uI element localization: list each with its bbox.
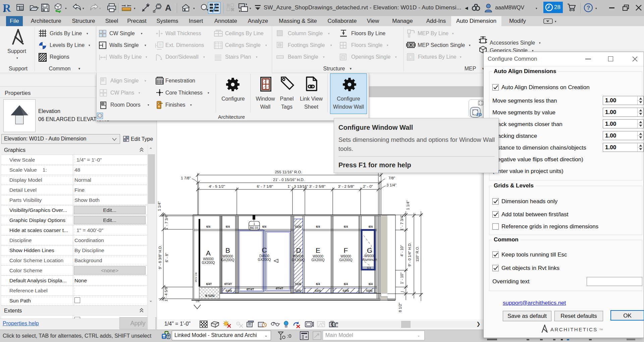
svg-text:1' - 7 3/4": 1' - 7 3/4" — [400, 215, 404, 230]
svg-text:GX200Q: GX200Q — [221, 258, 234, 262]
svg-text:GX200Q: GX200Q — [292, 258, 305, 262]
svg-text:E: E — [316, 246, 320, 254]
svg-text:S1/G: S1/G — [295, 225, 302, 228]
svg-text:S2/G: S2/G — [315, 289, 321, 292]
svg-text:1' - 4 5/8": 1' - 4 5/8" — [164, 286, 168, 301]
svg-text:G: G — [367, 246, 372, 254]
svg-text:Aluminum: Aluminum — [362, 258, 377, 262]
svg-text:S2/G: S2/G — [342, 289, 349, 292]
svg-text:9FCV 106: 9FCV 106 — [195, 272, 197, 282]
svg-text:8 1/2": 8 1/2" — [398, 303, 402, 312]
svg-text:9' - 0 1/4" H.D.: 9' - 0 1/4" H.D. — [408, 242, 412, 266]
svg-text:3' - 2 5/8": 3' - 2 5/8" — [309, 184, 325, 188]
svg-text:S1/G: S1/G — [295, 282, 302, 286]
svg-text:21' - 0 15/16" H.D.: 21' - 0 15/16" H.D. — [273, 178, 305, 182]
svg-text:6/4: 6/4 — [226, 225, 230, 228]
svg-text:4' - 10": 4' - 10" — [400, 245, 404, 256]
svg-text:B6.01: B6.01 — [250, 226, 259, 230]
svg-text:S2/G: S2/G — [366, 289, 373, 292]
svg-text:4' - 5 1/2": 4' - 5 1/2" — [209, 184, 225, 188]
svg-text:1' - 3 13/16": 1' - 3 13/16" — [287, 184, 308, 188]
svg-text:6/4: 6/4 — [206, 225, 210, 228]
svg-text:6/4: 6/4 — [369, 225, 373, 228]
svg-text:1' - 7 3/4": 1' - 7 3/4" — [164, 214, 168, 230]
svg-text:3' - 2 5/8": 3' - 2 5/8" — [338, 184, 354, 188]
svg-text:1: 1 — [253, 222, 255, 225]
svg-text:6' - 8": 6' - 8" — [165, 253, 169, 262]
svg-text:106°: 106° — [196, 300, 201, 302]
svg-text:3 1/4": 3 1/4" — [386, 183, 396, 187]
svg-text:6/4: 6/4 — [316, 225, 320, 228]
svg-text:W9000: W9000 — [340, 254, 351, 258]
svg-text:6/4: 6/4 — [262, 225, 266, 228]
svg-text:S2/G: S2/G — [295, 289, 302, 292]
svg-text:B: B — [225, 246, 230, 254]
svg-text:6/4: 6/4 — [316, 282, 320, 286]
svg-text:S2/G: S2/G — [225, 289, 232, 292]
svg-text:GX200Q: GX200Q — [312, 258, 325, 262]
svg-text:GX200Q: GX200Q — [339, 258, 353, 262]
svg-text:9' - 8 3/8" H.D.: 9' - 8 3/8" H.D. — [158, 245, 162, 269]
svg-text:D: D — [296, 246, 301, 254]
svg-text:255 11/16" R.O.: 255 11/16" R.O. — [275, 170, 302, 174]
svg-text:F: F — [344, 246, 348, 254]
svg-text:6/4: 6/4 — [369, 282, 373, 286]
svg-text:A: A — [206, 249, 211, 257]
svg-text:6T/4T: 6T/4T — [247, 288, 254, 291]
svg-text:6/4T: 6/4T — [206, 282, 212, 286]
svg-text:6/4: 6/4 — [367, 266, 371, 270]
svg-text:W9000: W9000 — [364, 254, 375, 258]
svg-text:C: C — [262, 246, 267, 254]
svg-text:6T/4T: 6T/4T — [224, 282, 232, 286]
svg-text:GX200Q: GX200Q — [202, 261, 215, 265]
svg-text:W9000: W9000 — [203, 257, 214, 261]
svg-text:6' - 7 1/8": 6' - 7 1/8" — [257, 184, 273, 188]
svg-text:?: ? — [587, 5, 590, 11]
svg-text:110" R.O.: 110" R.O. — [415, 246, 419, 262]
svg-text:W9000: W9000 — [222, 254, 233, 258]
svg-text:B S2/G: B S2/G — [205, 294, 215, 297]
svg-text:D4500: D4500 — [259, 254, 269, 258]
svg-text:1 7/8": 1 7/8" — [181, 176, 191, 180]
svg-text:1: 1 — [158, 5, 160, 8]
svg-text:2' - 0": 2' - 0" — [363, 184, 373, 188]
svg-text:6T/4T: 6T/4T — [276, 287, 283, 290]
svg-text:W9000: W9000 — [293, 254, 304, 258]
svg-text:1 1/4": 1 1/4" — [406, 201, 410, 210]
svg-text:6/4: 6/4 — [344, 282, 348, 286]
svg-text:W9000: W9000 — [313, 254, 323, 258]
svg-text:GX200Q: GX200Q — [258, 258, 271, 262]
svg-text:6/4: 6/4 — [344, 225, 348, 228]
svg-text:7/8": 7/8" — [388, 176, 395, 180]
svg-text:1' - 10": 1' - 10" — [400, 273, 404, 284]
svg-text:1 1/4": 1 1/4" — [157, 202, 161, 211]
